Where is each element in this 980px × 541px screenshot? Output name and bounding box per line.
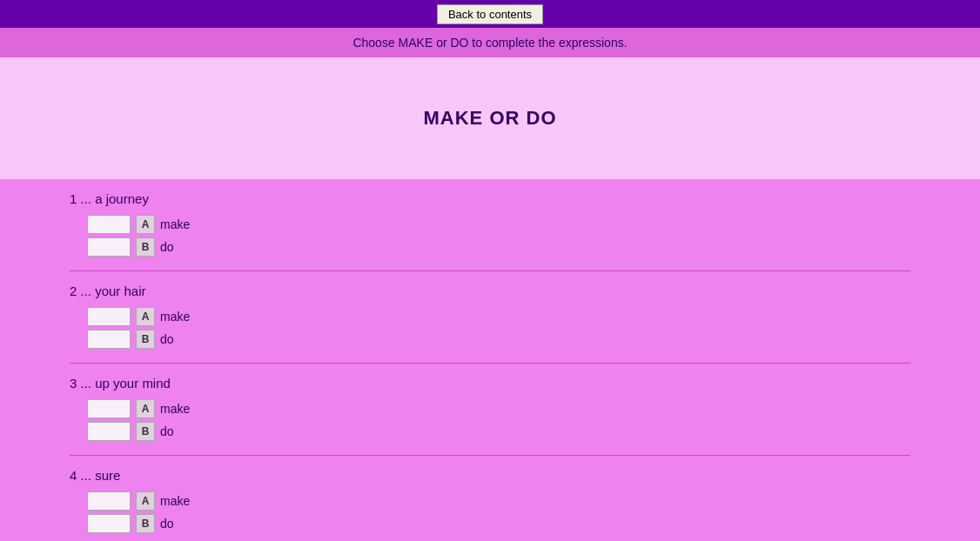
top-bar: Back to contents <box>0 0 980 28</box>
options-group-4: AmakeBdo <box>87 491 910 533</box>
option-label-3-a: make <box>160 402 190 416</box>
instruction-text: Choose MAKE or DO to complete the expres… <box>352 36 627 50</box>
letter-badge-3-a: A <box>136 399 155 418</box>
radio-input-4-b[interactable] <box>87 514 131 533</box>
option-label-1-b: do <box>160 240 174 254</box>
options-group-2: AmakeBdo <box>87 307 910 349</box>
option-row-3-a: Amake <box>87 399 910 418</box>
radio-input-1-b[interactable] <box>87 237 131 257</box>
letter-badge-2-a: A <box>136 307 155 326</box>
option-row-1-a: Amake <box>87 215 910 234</box>
letter-badge-4-b: B <box>136 514 155 533</box>
radio-input-3-b[interactable] <box>87 422 131 441</box>
question-text-4: 4 ... sure <box>70 468 910 483</box>
letter-badge-4-a: A <box>136 491 155 511</box>
radio-input-3-a[interactable] <box>87 399 131 418</box>
questions-area: 1 ... a journeyAmakeBdo2 ... your hairAm… <box>0 179 980 541</box>
options-group-1: AmakeBdo <box>87 215 910 257</box>
option-label-4-a: make <box>160 494 190 508</box>
option-row-4-a: Amake <box>87 491 910 511</box>
instruction-bar: Choose MAKE or DO to complete the expres… <box>0 28 980 57</box>
option-label-2-a: make <box>160 310 190 324</box>
option-label-1-a: make <box>160 217 190 231</box>
question-block-4: 4 ... sureAmakeBdo <box>70 456 910 541</box>
letter-badge-1-b: B <box>136 237 155 257</box>
question-block-2: 2 ... your hairAmakeBdo <box>70 271 910 364</box>
option-row-1-b: Bdo <box>87 237 910 257</box>
radio-input-2-a[interactable] <box>87 307 131 326</box>
option-label-2-b: do <box>160 332 174 346</box>
option-label-3-b: do <box>160 424 174 438</box>
option-row-3-b: Bdo <box>87 422 910 441</box>
radio-input-1-a[interactable] <box>87 215 131 234</box>
letter-badge-3-b: B <box>136 422 155 441</box>
option-row-4-b: Bdo <box>87 514 910 533</box>
letter-badge-2-b: B <box>136 330 155 349</box>
question-text-2: 2 ... your hair <box>70 284 910 298</box>
question-text-1: 1 ... a journey <box>70 191 910 206</box>
option-row-2-a: Amake <box>87 307 910 326</box>
radio-input-2-b[interactable] <box>87 330 131 349</box>
options-group-3: AmakeBdo <box>87 399 910 441</box>
header-area: MAKE OR DO <box>0 57 980 179</box>
question-text-3: 3 ... up your mind <box>70 376 910 391</box>
option-label-4-b: do <box>160 517 174 531</box>
back-to-contents-button[interactable]: Back to contents <box>437 4 543 24</box>
question-block-1: 1 ... a journeyAmakeBdo <box>70 179 910 271</box>
question-block-3: 3 ... up your mindAmakeBdo <box>70 364 910 456</box>
option-row-2-b: Bdo <box>87 330 910 349</box>
radio-input-4-a[interactable] <box>87 491 131 511</box>
main-title: MAKE OR DO <box>424 107 557 130</box>
letter-badge-1-a: A <box>136 215 155 234</box>
